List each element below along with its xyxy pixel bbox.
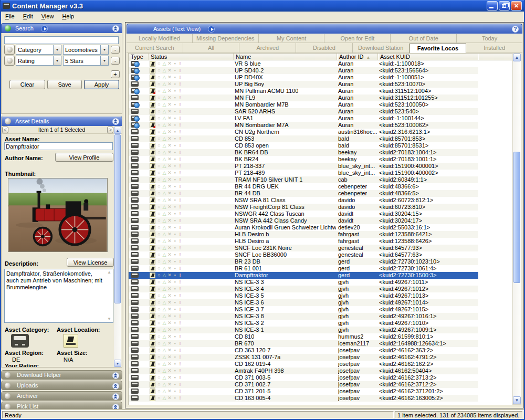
filter-options-button[interactable] (4, 56, 15, 66)
collapse-panel-icon[interactable] (112, 118, 119, 125)
view-license-button[interactable]: View License (67, 258, 114, 267)
table-row[interactable]: ○△✕▪!CN U2g Northernaustin316hoc...<kuid… (129, 129, 478, 135)
description-box[interactable]: Dampftraktor, Straßenlokomotive, auch zu… (4, 269, 113, 323)
table-row[interactable]: ○△✕▪!ZSSK 131 007-7ajosefpav<kuid2:46162… (129, 354, 478, 361)
tab-out-of-date[interactable]: Out of Date (391, 34, 457, 43)
table-row[interactable]: ○△✕▪!CD 853bald<kuid:85701:853> (129, 135, 478, 142)
table-row[interactable]: ○△✕▪!NS ICE-3 3gjvh<kuid:49267:1011> (129, 279, 478, 286)
tab-open-for-edit[interactable]: Open for Edit (324, 34, 391, 43)
column-header-status[interactable]: Status (149, 54, 234, 60)
scroll-down-icon[interactable]: ▼ (114, 360, 121, 367)
column-header-author-id[interactable]: Author ID▲ (337, 54, 378, 60)
table-row[interactable]: ○△✕▪!BK BR24beekay<kuid2:70183:1001:1> (129, 156, 478, 163)
column-header-asset-kuid[interactable]: Asset KUID (378, 54, 478, 60)
play-arrow-icon[interactable] (208, 26, 215, 33)
table-row[interactable]: ○△✕▪!TRAM NF10 Silver UNIT 1cab<kuid2:60… (129, 176, 478, 183)
menu-file[interactable]: File (1, 12, 19, 20)
asset-name-field[interactable] (4, 142, 113, 150)
details-scrollbar[interactable]: ▲ ▼ (114, 127, 121, 367)
tab-all[interactable]: All (183, 43, 240, 53)
chevron-down-icon[interactable]: ▼ (53, 45, 61, 54)
table-row[interactable]: ○△✕▪!CD 371 201-5josefpav<kuid2:46162:37… (129, 388, 478, 395)
save-button[interactable]: Save (47, 80, 82, 89)
table-row[interactable]: ○△✕▪!NS ICE-3 6gjvh<kuid:49267:1014> (129, 299, 478, 306)
remove-filter-button[interactable]: - (111, 46, 120, 54)
table-row[interactable]: ○△✕▪!Amtrak F40PH 398josefpav<kuid:46162… (129, 368, 478, 374)
table-row[interactable]: ○△✕▪!HLB Desiro bfahrgast<kuid:123588:64… (129, 231, 478, 238)
table-row[interactable]: ○△✕▪!NS ICE-3 7gjvh<kuid:49267:1015> (129, 306, 478, 313)
column-header-type[interactable]: Type (129, 54, 149, 60)
table-row[interactable]: ○△✕▪!NS ICE-3 5gjvh<kuid:49267:1013> (129, 292, 478, 299)
tab-favorite-locos[interactable]: Favorite Locos (410, 43, 467, 53)
scrollbar-thumb[interactable] (114, 134, 121, 303)
table-row[interactable]: ○△✕▪!CD 810hummus2<kuid2:61599:810:1> (129, 333, 478, 340)
table-row[interactable]: ○△✕▪!HLB Desiro afahrgast<kuid:123588:64… (129, 238, 478, 245)
table-row[interactable]: ○△✕▪!CD 371 003-5josefpav<kuid2:46162:37… (129, 374, 478, 381)
table-row[interactable]: ○△✕▪!BK BR64 DBbeekay<kuid2:70183:1004:1… (129, 149, 478, 156)
panel-bar-download-helper[interactable]: Download Helper (1, 370, 122, 380)
table-row[interactable]: ○△✕▪!CD 853 openbald<kuid:85701:8531> (129, 142, 478, 149)
table-row[interactable]: ○△✕▪!NS ICE-3 1gjvh<kuid2:49267:1009:1> (129, 327, 478, 333)
table-row[interactable]: ○△✕▪!NSWGR 442 Class Tuscandavidt<kuid:3… (129, 211, 478, 217)
scroll-up-icon[interactable]: ▲ (513, 54, 521, 61)
table-row[interactable]: ○△✕▪!CD 363 120-7josefpav<kuid2:46162:36… (129, 347, 478, 354)
play-arrow-icon[interactable] (41, 25, 48, 32)
table-row[interactable]: ○△✕▪!NSW SRA 442 Class Candydavidt<kuid:… (129, 217, 478, 224)
panel-bar-uploads[interactable]: Uploads (1, 381, 122, 390)
table-row[interactable]: ○△✕▪!MN Pullman ACMU 1100Auran<kuid:3115… (129, 88, 478, 94)
expand-panel-icon[interactable] (112, 372, 119, 379)
tab-missing-dependencies[interactable]: Missing Dependencies (193, 34, 259, 43)
add-filter-button[interactable]: + (111, 70, 120, 78)
tab-locally-modified[interactable]: Locally Modified (127, 34, 193, 43)
table-row[interactable]: ○△✕▪!SAR 520 ARHSAuran<kuid:523:540> (129, 108, 478, 115)
table-row[interactable]: ○△✕▪!MN Bombardier M7BAuran<kuid:523:100… (129, 101, 478, 108)
chevron-down-icon[interactable]: ▼ (100, 45, 108, 54)
expand-panel-icon[interactable] (112, 383, 119, 390)
restore-button[interactable] (499, 1, 510, 10)
menu-help[interactable]: Help (58, 12, 78, 20)
menu-view[interactable]: View (37, 12, 58, 20)
table-row[interactable]: ○△✕▪!UP Big BoyAuran<kuid:523:10070> (129, 81, 478, 88)
scroll-down-icon[interactable]: ▼ (513, 396, 521, 404)
table-row[interactable]: ○△✕▪!UP SD40-2Auran<kuid:523:156564> (129, 67, 478, 74)
table-row[interactable]: ○△✕▪!SNCF Loc 231K Noiregenesteal<kuid:6… (129, 245, 478, 251)
help-icon[interactable]: ? (512, 26, 519, 33)
table-row[interactable]: ○△✕▪!PT 218-337blue_sky_int...<kuid:1519… (129, 163, 478, 170)
table-row[interactable]: ○△✕▪!Auran Krokodil Gruen Schweizer Lich… (129, 224, 478, 231)
remove-filter-button[interactable]: - (111, 57, 120, 65)
table-row[interactable]: ○△✕▪!NSW SRA 81 Classdavido<kuid2:60723:… (129, 197, 478, 204)
tab-installed[interactable]: Installed (466, 43, 522, 53)
table-row[interactable]: ○△✕▪!MN Bombardier M7AAuran<kuid:523:100… (129, 122, 478, 129)
table-row[interactable]: ○△✕▪!NS ICE-3 4gjvh<kuid:49267:1012> (129, 286, 478, 292)
table-row[interactable]: ○△✕▪!BR 670iceman2117<kuid2:164988:12663… (129, 340, 478, 347)
chevron-down-icon[interactable]: ▼ (100, 56, 108, 65)
search-input[interactable] (4, 36, 119, 44)
view-profile-button[interactable]: View Profile (55, 153, 113, 162)
filter-value-select[interactable]: 5 Stars▼ (63, 56, 109, 66)
table-scrollbar[interactable]: ▲ ▼ (512, 53, 521, 405)
menu-edit[interactable]: Edit (19, 12, 37, 20)
tab-current-search[interactable]: Current Search (127, 43, 183, 53)
panel-bar-archiver[interactable]: Archiver (1, 391, 122, 401)
table-row[interactable]: ○△✕▪!BR 61 001gerd<kuid2:72730:1061:4> (129, 265, 478, 272)
expand-panel-icon[interactable] (112, 393, 119, 400)
tab-my-content[interactable]: My Content (259, 34, 325, 43)
table-row[interactable]: ○△✕▪!LV FA1Auran<kuid:-1:100144> (129, 115, 478, 122)
table-row[interactable]: ○△✕▪!CD 371 002-7josefpav<kuid2:46162:37… (129, 381, 478, 388)
scroll-up-icon[interactable]: ▲ (106, 270, 112, 275)
table-row[interactable]: ○△✕▪!Dampftraktorgerd<kuid2:72730:1500:3… (129, 272, 478, 279)
table-row[interactable]: ○△✕▪!BR 44 DBcebenpeter<kuid:48366:5> (129, 190, 478, 197)
filter-options-button[interactable] (4, 45, 15, 55)
table-row[interactable]: ○△✕▪!SNCF Loc BB36000genesteal<kuid:6457… (129, 251, 478, 258)
chevron-down-icon[interactable]: ▼ (53, 56, 61, 65)
tab-download-station[interactable]: Download Station (353, 43, 410, 53)
table-row[interactable]: ○△✕▪!NSW FreightCorp 81 Classdavido<kuid… (129, 204, 478, 211)
collapse-panel-icon[interactable] (112, 25, 119, 32)
scrollbar-thumb[interactable] (513, 152, 520, 283)
table-row[interactable]: ○△✕▪!NS ICE-3 8gjvh<kuid2:49267:1016:1> (129, 313, 478, 320)
close-button[interactable]: ✕ (511, 1, 522, 10)
minimize-button[interactable] (487, 1, 498, 10)
table-row[interactable]: ○△✕▪!CD 163 005-4josefpav<kuid2:46162:16… (129, 395, 478, 402)
filter-field-select[interactable]: Rating▼ (16, 56, 61, 66)
next-item-button[interactable]: > (107, 127, 113, 133)
